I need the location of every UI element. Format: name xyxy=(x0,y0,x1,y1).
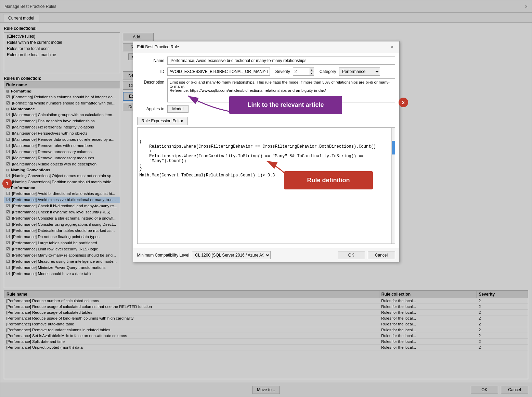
severity-input[interactable] xyxy=(293,67,310,76)
severity-spinner: ▲ ▼ xyxy=(293,67,314,76)
edit-rule-modal: Edit Best Practice Rule × Name ID Severi… xyxy=(133,41,400,262)
code-content: ( Relationships.Where(CrossFilteringBeha… xyxy=(140,139,393,178)
compat-select[interactable]: CL 1200 (SQL Server 2016 / Azure AS) CL … xyxy=(192,251,271,259)
modal-footer-buttons: OK Cancel xyxy=(338,251,395,259)
modal-body: Name ID Severity ▲ ▼ Category Performanc… xyxy=(133,52,399,248)
modal-close-button[interactable]: × xyxy=(389,44,395,50)
modal-overlay: Edit Best Practice Rule × Name ID Severi… xyxy=(0,0,532,397)
applies-to-label: Applies to xyxy=(137,107,165,111)
severity-down-button[interactable]: ▼ xyxy=(310,72,314,76)
modal-ok-button[interactable]: OK xyxy=(338,251,365,259)
id-input[interactable] xyxy=(167,67,270,76)
category-select[interactable]: Performance Formatting Maintenance Namin… xyxy=(339,67,380,76)
modal-cancel-button[interactable]: Cancel xyxy=(368,251,395,259)
description-label: Description xyxy=(137,80,165,85)
code-editor[interactable]: ( Relationships.Where(CrossFilteringBeha… xyxy=(137,127,395,244)
scrollbar-thumb[interactable] xyxy=(392,141,395,154)
severity-up-button[interactable]: ▲ xyxy=(310,68,314,72)
applies-to-button[interactable]: Model xyxy=(167,105,189,113)
rule-expression-tab[interactable]: Rule Expression Editor xyxy=(137,117,188,125)
rule-expression-tab-header: Rule Expression Editor xyxy=(137,115,395,125)
name-input[interactable] xyxy=(167,57,395,65)
severity-label: Severity xyxy=(275,69,290,74)
name-row: Name xyxy=(137,57,395,65)
name-label: Name xyxy=(137,58,165,63)
modal-title: Edit Best Practice Rule xyxy=(137,45,179,49)
modal-footer: Minimum Compatibility Level CL 1200 (SQL… xyxy=(133,248,399,262)
severity-spinner-buttons: ▲ ▼ xyxy=(310,67,314,76)
id-row: ID Severity ▲ ▼ Category Performance For… xyxy=(137,67,395,76)
scrollbar-track[interactable] xyxy=(391,128,395,244)
category-label: Category xyxy=(320,69,336,74)
compat-label: Minimum Compatibility Level xyxy=(137,253,190,258)
id-label: ID xyxy=(137,69,165,74)
applies-to-row: Applies to Model xyxy=(137,105,395,113)
modal-title-bar: Edit Best Practice Rule × xyxy=(133,41,399,52)
description-row: Description Limit use of b-di and many-t… xyxy=(137,78,395,102)
description-textarea[interactable]: Limit use of b-di and many-to-many relat… xyxy=(167,78,395,102)
